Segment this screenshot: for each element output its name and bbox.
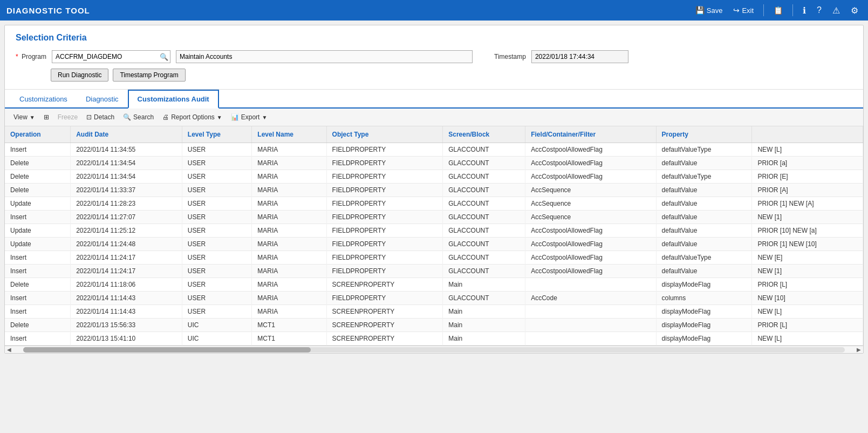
table-cell: PRIOR [1] NEW [10]	[752, 238, 863, 251]
settings-button[interactable]: ⚙	[848, 4, 862, 17]
col-level-type: Level Type	[182, 126, 251, 143]
scroll-right-arrow[interactable]: ▶	[855, 347, 863, 353]
table-row[interactable]: Insert2022/01/14 11:24:17USERMARIAFIELDP…	[5, 251, 863, 265]
table-cell: defaultValue	[656, 184, 752, 197]
table-cell: GLACCOUNT	[443, 224, 525, 238]
help-button[interactable]: ?	[814, 4, 825, 17]
table-cell: FIELDPROPERTY	[326, 265, 443, 278]
table-row[interactable]: Insert2022/01/14 11:27:07USERMARIAFIELDP…	[5, 211, 863, 224]
table-cell: SCREENPROPERTY	[326, 278, 443, 292]
table-cell: NEW [10]	[752, 292, 863, 305]
table-row[interactable]: Update2022/01/14 11:25:12USERMARIAFIELDP…	[5, 224, 863, 238]
table-cell: FIELDPROPERTY	[326, 170, 443, 184]
top-bar-actions: 💾 Save ↪ Exit 📋 ℹ ? ⚠ ⚙	[692, 4, 862, 17]
table-cell: FIELDPROPERTY	[326, 197, 443, 211]
main-container: Selection Criteria * Program 🔍 Timestamp…	[4, 25, 864, 354]
program-input[interactable]	[52, 50, 170, 63]
col-object-type: Object Type	[326, 126, 443, 143]
table-cell: MARIA	[252, 278, 326, 292]
scroll-left-arrow[interactable]: ◀	[5, 347, 13, 353]
detach-columns-button[interactable]: ⊞	[40, 112, 52, 123]
table-row[interactable]: Insert2022/01/14 11:24:17USERMARIAFIELDP…	[5, 265, 863, 278]
table-cell: AccCostpoolAllowedFlag	[525, 143, 656, 157]
table-cell	[525, 278, 656, 292]
save-button[interactable]: 💾 Save	[692, 4, 726, 16]
copy-icon: 📋	[774, 6, 783, 15]
columns-icon: ⊞	[44, 113, 49, 121]
detach-button[interactable]: ⊡ Detach	[83, 112, 118, 123]
table-row[interactable]: Delete2022/01/14 11:33:37USERMARIAFIELDP…	[5, 184, 863, 197]
col-operation: Operation	[5, 126, 71, 143]
table-cell: Insert	[5, 332, 71, 346]
info-button[interactable]: ℹ	[799, 4, 809, 17]
table-cell: defaultValueType	[656, 251, 752, 265]
table-row[interactable]: Delete2022/01/14 11:34:54USERMARIAFIELDP…	[5, 170, 863, 184]
table-cell: defaultValue	[656, 238, 752, 251]
table-row[interactable]: Delete2022/01/14 11:18:06USERMARIASCREEN…	[5, 278, 863, 292]
table-cell: USER	[182, 251, 251, 265]
table-cell: defaultValue	[656, 197, 752, 211]
report-options-button[interactable]: 🖨 Report Options ▼	[159, 112, 225, 123]
table-cell: 2022/01/14 11:25:12	[71, 224, 182, 238]
table-cell: UIC	[182, 332, 251, 346]
table-row[interactable]: Update2022/01/14 11:24:48USERMARIAFIELDP…	[5, 238, 863, 251]
table-cell: Insert	[5, 211, 71, 224]
table-cell: MARIA	[252, 184, 326, 197]
table-cell: GLACCOUNT	[443, 184, 525, 197]
table-cell: PRIOR [E]	[752, 170, 863, 184]
table-cell: SCREENPROPERTY	[326, 332, 443, 346]
table-cell: Delete	[5, 278, 71, 292]
table-cell: AccCode	[525, 292, 656, 305]
table-cell: MCT1	[252, 332, 326, 346]
table-cell: Insert	[5, 265, 71, 278]
table-cell: MARIA	[252, 292, 326, 305]
toolbar: View ▼ ⊞ Freeze ⊡ Detach 🔍 Search 🖨 Repo…	[5, 109, 863, 126]
run-diagnostic-button[interactable]: Run Diagnostic	[51, 69, 108, 82]
table-cell: Main	[443, 332, 525, 346]
table-row[interactable]: Update2022/01/14 11:28:23USERMARIAFIELDP…	[5, 197, 863, 211]
table-cell: GLACCOUNT	[443, 265, 525, 278]
tab-customizations[interactable]: Customizations	[10, 90, 77, 107]
table-cell: USER	[182, 143, 251, 157]
table-cell: NEW [L]	[752, 332, 863, 346]
table-cell: defaultValueType	[656, 170, 752, 184]
table-cell: NEW [L]	[752, 143, 863, 157]
table-cell: Main	[443, 319, 525, 332]
table-cell: defaultValue	[656, 265, 752, 278]
exit-button[interactable]: ↪ Exit	[730, 4, 757, 16]
table-row[interactable]: Insert2022/01/14 11:34:55USERMARIAFIELDP…	[5, 143, 863, 157]
table-cell: MARIA	[252, 305, 326, 319]
horizontal-scrollbar[interactable]: ◀ ▶	[5, 346, 863, 353]
info-icon: ℹ	[803, 5, 806, 16]
table-cell: NEW [1]	[752, 211, 863, 224]
tab-customizations-audit[interactable]: Customizations Audit	[128, 90, 219, 109]
scrollbar-thumb[interactable]	[23, 347, 311, 353]
table-cell: NEW [L]	[752, 305, 863, 319]
table-cell: MARIA	[252, 211, 326, 224]
table-cell: USER	[182, 184, 251, 197]
table-cell: GLACCOUNT	[443, 143, 525, 157]
table-cell: FIELDPROPERTY	[326, 211, 443, 224]
table-cell: defaultValue	[656, 211, 752, 224]
table-row[interactable]: Delete2022/01/14 11:34:54USERMARIAFIELDP…	[5, 157, 863, 170]
timestamp-program-button[interactable]: Timestamp Program	[113, 69, 185, 82]
warning-button[interactable]: ⚠	[829, 4, 843, 17]
table-cell	[525, 332, 656, 346]
search-button[interactable]: 🔍 Search	[120, 112, 157, 123]
copy-button[interactable]: 📋	[770, 4, 786, 16]
program-search-icon[interactable]: 🔍	[160, 53, 168, 61]
table-cell: displayModeFlag	[656, 332, 752, 346]
table-cell: Delete	[5, 170, 71, 184]
table-cell: GLACCOUNT	[443, 238, 525, 251]
scrollbar-track[interactable]	[23, 347, 845, 353]
table-row[interactable]: Insert2022/01/14 11:14:43USERMARIAFIELDP…	[5, 292, 863, 305]
export-button[interactable]: 📊 Export ▼	[228, 112, 271, 123]
view-button[interactable]: View ▼	[10, 112, 38, 123]
tab-diagnostic[interactable]: Diagnostic	[77, 90, 128, 107]
table-cell: Insert	[5, 292, 71, 305]
separator2	[792, 4, 793, 16]
table-row[interactable]: Delete2022/01/13 15:56:33UICMCT1SCREENPR…	[5, 319, 863, 332]
table-cell: USER	[182, 292, 251, 305]
table-row[interactable]: Insert2022/01/13 15:41:10UICMCT1SCREENPR…	[5, 332, 863, 346]
table-row[interactable]: Insert2022/01/14 11:14:43USERMARIASCREEN…	[5, 305, 863, 319]
